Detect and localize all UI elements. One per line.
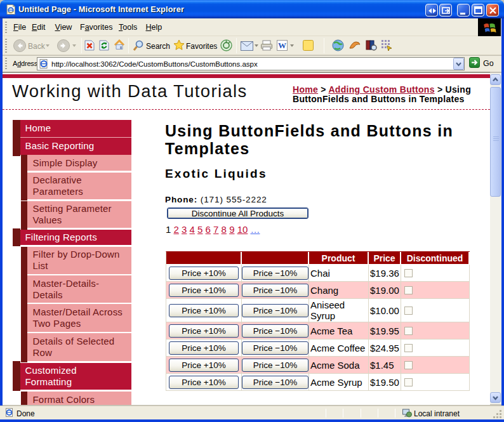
svg-text:W: W — [278, 41, 286, 50]
